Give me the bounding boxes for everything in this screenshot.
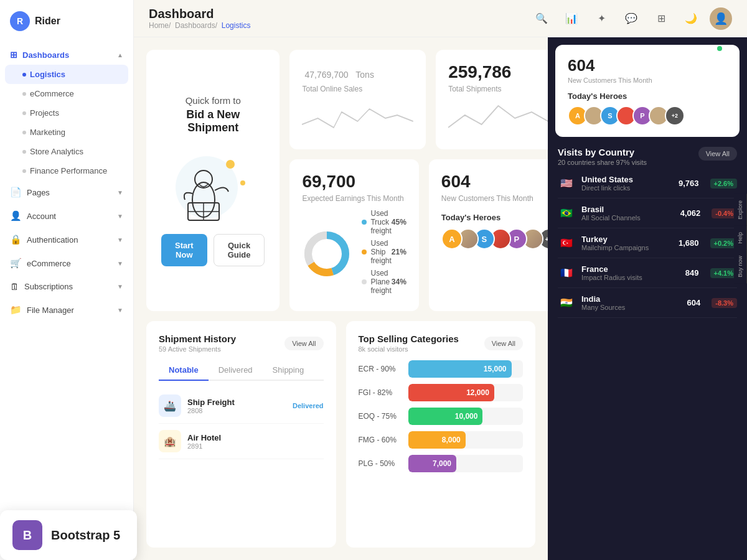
tab-delivered[interactable]: Delivered [209,360,263,381]
dot-icon [22,92,26,96]
main-area: Dashboard Home/ Dashboards/ Logistics 🔍 … [134,0,747,560]
selling-view-all[interactable]: View All [484,337,523,350]
bar-value: 15,000 [484,365,507,373]
country-info: Brasil All Social Channels [581,205,674,222]
header-left: Dashboard Home/ Dashboards/ Logistics [149,7,250,30]
ship-num-2: 2891 [187,442,324,450]
country-item: 🇹🇷 Turkey Mailchimp Campaigns 1,680 +0.2… [558,228,737,258]
sidebar-item-marketing[interactable]: Marketing [0,123,133,142]
total-sales-label: Total Online Sales [302,85,413,93]
donut-row: Used Truck freight 45% Used Ship freight [302,209,406,299]
sidebar-item-store-analytics[interactable]: Store Analytics [0,142,133,161]
country-visits: 1,680 [679,238,699,248]
bar-item: FGI - 82% 12,000 [359,384,524,401]
start-now-button[interactable]: Start Now [161,234,207,266]
bootstrap-icon: B [12,520,42,550]
dashboards-group[interactable]: ⊞ Dashboards ▲ [0,45,133,65]
country-change: -0.4% [712,208,737,218]
country-name: Turkey [581,235,672,244]
settings-button[interactable]: ✦ [590,7,613,30]
hero-buttons: Start Now Quick Guide [161,234,265,266]
sidebar-ecommerce[interactable]: 🛒 eCommerce ▼ [0,251,133,275]
grid-button[interactable]: ⊞ [650,7,672,30]
promo-subtitle: Bid a New Shipment [161,108,265,134]
country-source: Many Sources [581,304,681,311]
bar-track: 8,000 [408,431,524,449]
sidebar-item-finance[interactable]: Finance Performance [0,161,133,180]
bar-label: FGI - 82% [359,388,402,397]
sidebar: R Rider ⊞ Dashboards ▲ Logistics eCommer… [0,0,134,560]
sidebar-pages[interactable]: 📄 Pages ▼ [0,180,133,204]
sidebar-subscriptions[interactable]: 🗓 Subscriptions ▼ [0,275,133,298]
truck-freight-item: Used Truck freight 45% [362,209,406,235]
country-item: 🇫🇷 France Impact Radius visits 849 +4.1% [558,258,737,288]
bar-track: 7,000 [408,455,524,472]
bar-item: PLG - 50% 7,000 [359,455,524,472]
dashboards-chevron-icon: ▲ [117,52,123,58]
country-flag: 🇹🇷 [558,237,575,250]
country-source: Mailchimp Campaigns [581,244,672,251]
visits-view-all[interactable]: View All [698,147,737,161]
shipment-row-2: 🏨 Air Hotel 2891 [159,424,324,459]
dot-icon [22,150,26,154]
country-change: +4.1% [710,268,738,278]
explore-tab[interactable]: Explore [734,194,747,226]
bar-item: ECR - 90% 15,000 [359,360,524,378]
shipment-view-all[interactable]: View All [284,337,323,350]
bootstrap-badge: B Bootstrap 5 [0,510,134,560]
country-flag: 🇧🇷 [558,207,575,220]
visits-subtitle: 20 countries share 97% visits [558,159,647,166]
country-flag: 🇺🇸 [558,177,575,190]
bar-value: 10,000 [455,412,478,421]
freight-legend: Used Truck freight 45% Used Ship freight [362,209,406,299]
sidebar-item-logistics[interactable]: Logistics [5,65,128,84]
ship-info-2: Air Hotel 2891 [187,433,324,450]
country-item: 🇧🇷 Brasil All Social Channels 4,062 -0.4… [558,198,737,228]
visits-section: Visits by Country 20 countries share 97%… [548,137,747,560]
country-name: Brasil [581,205,674,214]
bar-track: 10,000 [408,408,524,425]
chat-button[interactable]: 💬 [620,7,642,30]
theme-toggle[interactable]: 🌙 [680,7,702,30]
dark-customers-label: New Customers This Month [568,77,727,84]
tab-notable[interactable]: Notable [159,360,209,381]
country-info: France Impact Radius visits [581,264,679,281]
tab-shipping[interactable]: Shipping [263,360,314,381]
quick-guide-button[interactable]: Quick Guide [214,234,265,266]
bar-item: EOQ - 75% 10,000 [359,408,524,425]
sidebar-item-ecommerce[interactable]: eCommerce [0,84,133,103]
bar-label: PLG - 50% [359,459,402,468]
analytics-button[interactable]: 📊 [560,7,583,30]
help-tab[interactable]: Help [734,226,747,250]
country-visits: 4,062 [680,208,701,218]
svg-point-2 [240,180,245,185]
total-sales-value: 47,769,700 Tons [302,62,413,82]
ship-dot [362,250,367,254]
bar-fill: 12,000 [408,384,494,401]
country-source: Direct link clicks [581,184,672,192]
plane-freight-item: Used Plane freight 34% [362,269,406,295]
logo[interactable]: R Rider [0,0,133,42]
ship-freight-item: Used Ship freight 21% [362,239,406,265]
sidebar-authentication[interactable]: 🔒 Authentication ▼ [0,228,133,251]
hero-illustration [163,147,263,222]
heroes-avatars-row: A S P [441,228,548,250]
app-name: Rider [35,16,60,27]
sidebar-file-manager[interactable]: 📁 File Manager ▼ [0,298,133,322]
bar-item: FMG - 60% 8,000 [359,431,524,449]
search-button[interactable]: 🔍 [530,7,553,30]
shipments-mini-chart [448,100,548,137]
buy-now-tab[interactable]: Buy now [734,250,747,284]
svg-point-1 [226,160,235,169]
country-flag: 🇮🇳 [558,297,575,309]
user-avatar[interactable]: 👤 [710,7,732,30]
breadcrumb: Home/ Dashboards/ Logistics [149,21,250,30]
right-panel: Explore Help Buy now 604 New Customers T… [548,37,747,560]
sidebar-account[interactable]: 👤 Account ▼ [0,204,133,228]
dashboards-section: ⊞ Dashboards ▲ Logistics eCommerce Proje… [0,45,133,180]
shipment-row-1: 🚢 Ship Freight 2808 Delivered [159,388,324,424]
top-selling-card: Top Selling Categories 8k social visitor… [346,321,536,548]
bar-track: 15,000 [408,360,524,378]
country-source: All Social Channels [581,214,674,222]
sidebar-item-projects[interactable]: Projects [0,103,133,123]
